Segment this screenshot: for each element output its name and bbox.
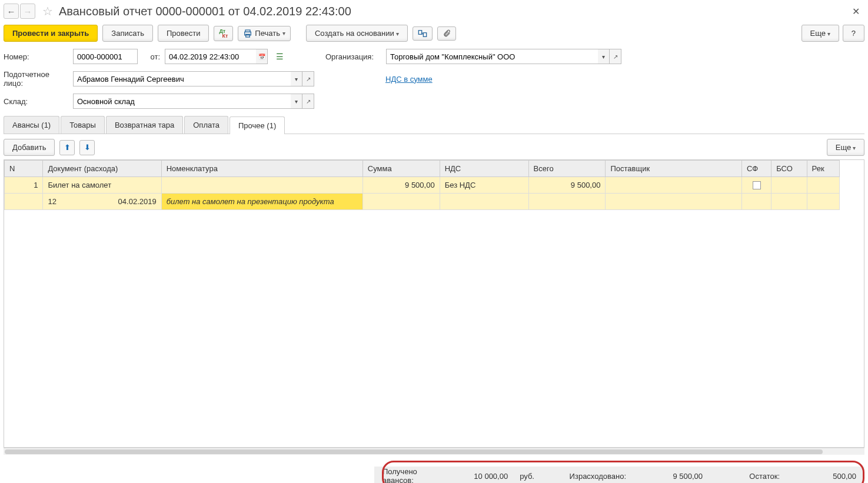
paperclip-icon [443,29,451,38]
table-toolbar: Добавить ⬆ ⬇ Еще [4,139,864,156]
page-title: Авансовый отчет 0000-000001 от 04.02.201… [59,5,351,18]
organization-label: Организация: [325,52,381,61]
cell-document[interactable]: Билет на самолет [43,177,161,194]
balance-label: Остаток: [749,472,780,481]
attach-button[interactable] [437,26,456,41]
post-button[interactable]: Провести [158,25,209,42]
svg-rect-3 [418,30,421,34]
scrollbar-thumb[interactable] [5,449,823,454]
tab-returns[interactable]: Возвратная тара [106,116,183,134]
tab-payment[interactable]: Оплата [184,116,228,134]
number-input[interactable] [73,49,138,64]
open-icon[interactable]: ↗ [302,71,314,86]
add-row-button[interactable]: Добавить [4,139,55,156]
tab-goods[interactable]: Товары [61,116,105,134]
table-header-row: N Документ (расхода) Номенклатура Сумма … [5,161,840,177]
move-down-button[interactable]: ⬇ [79,140,95,155]
cell-nomenclature[interactable] [161,177,363,194]
number-label: Номер: [4,52,68,61]
warehouse-input[interactable] [73,94,291,109]
cell-sf[interactable] [741,177,771,194]
subcell-date: 04.02.2019 [118,197,157,206]
create-based-on-button[interactable]: Создать на основании [306,25,408,42]
person-input[interactable] [73,71,291,86]
date-input[interactable] [165,49,256,64]
person-label: Подотчетное лицо: [4,70,68,88]
horizontal-scrollbar[interactable] [4,448,864,455]
nav-forward-button[interactable]: → [20,4,35,19]
totals-footer: Получено авансов: 10 000,00 руб. Израсхо… [374,467,864,483]
sf-checkbox[interactable] [753,181,761,189]
dropdown-icon[interactable]: ▾ [291,94,302,109]
col-total[interactable]: Всего [528,161,606,177]
organization-field: ▾ ↗ [386,49,621,64]
cell-vat[interactable]: Без НДС [440,177,528,194]
warehouse-field: ▾ ↗ [73,94,314,109]
help-button[interactable]: ? [843,25,864,42]
open-icon[interactable]: ↗ [610,49,621,64]
cell-total[interactable]: 9 500,00 [528,177,606,194]
close-icon[interactable]: ✕ [847,6,864,17]
vat-mode-link[interactable]: НДС в сумме [385,75,433,84]
tab-other[interactable]: Прочее (1) [230,116,285,134]
move-up-button[interactable]: ⬆ [59,140,75,155]
post-and-close-button[interactable]: Провести и закрыть [4,25,98,42]
table-more-button[interactable]: Еще [827,139,864,156]
received-value: 10 000,00 [461,472,508,481]
printer-icon [243,29,252,38]
table-row[interactable]: 1 Билет на самолет 9 500,00 Без НДС 9 50… [5,177,840,194]
organization-input[interactable] [386,49,598,64]
person-field: ▾ ↗ [73,71,314,86]
dropdown-icon[interactable]: ▾ [291,71,302,86]
col-document[interactable]: Документ (расхода) [43,161,161,177]
cell-sum[interactable]: 9 500,00 [363,177,440,194]
form-fields: Номер: от: 📅 ☰ Организация: ▾ ↗ Подотчет… [4,49,864,109]
calendar-icon[interactable]: 📅 [256,49,268,64]
col-bso[interactable]: БСО [771,161,807,177]
currency-label: руб. [520,472,534,481]
balance-value: 500,00 [791,472,856,481]
spent-value: 9 500,00 [638,472,703,481]
col-vat[interactable]: НДС [440,161,528,177]
from-label: от: [142,52,160,61]
date-field: 📅 [165,49,268,64]
table-subrow[interactable]: 12 04.02.2019 билет на самолет на презен… [5,194,840,210]
open-icon[interactable]: ↗ [302,94,314,109]
main-toolbar: Провести и закрыть Записать Провести Дт … [4,25,864,42]
cell-n: 1 [5,177,43,194]
col-sum[interactable]: Сумма [363,161,440,177]
warehouse-label: Склад: [4,97,68,106]
footer-wrap: Получено авансов: 10 000,00 руб. Израсхо… [4,467,864,483]
col-rek[interactable]: Рек [807,161,839,177]
col-n[interactable]: N [5,161,43,177]
col-nomenclature[interactable]: Номенклатура [161,161,363,177]
cell-rek[interactable] [807,177,839,194]
expense-table: N Документ (расхода) Номенклатура Сумма … [4,160,840,210]
print-label: Печать [255,29,280,38]
received-label: Получено авансов: [383,467,449,483]
header-row: ← → ☆ Авансовый отчет 0000-000001 от 04.… [4,4,864,19]
grid-container: N Документ (расхода) Номенклатура Сумма … [4,159,864,448]
dropdown-icon[interactable]: ▾ [598,49,610,64]
nav-back-button[interactable]: ← [4,4,19,19]
related-docs-icon [418,29,427,38]
col-supplier[interactable]: Поставщик [606,161,741,177]
favorite-star-icon[interactable]: ☆ [40,4,55,19]
tab-strip: Авансы (1) Товары Возвратная тара Оплата… [4,116,864,134]
date-status-icon[interactable]: ☰ [272,52,287,61]
tab-advances[interactable]: Авансы (1) [4,116,59,134]
cell-supplier[interactable] [606,177,741,194]
related-docs-button[interactable] [413,26,433,41]
subcell-docinfo[interactable]: 12 04.02.2019 [43,194,161,210]
subcell-nomenclature[interactable]: билет на самолет на презентацию продукта [161,194,363,210]
col-sf[interactable]: СФ [741,161,771,177]
subcell-num: 12 [48,197,56,206]
spent-label: Израсходовано: [570,472,626,481]
cell-bso[interactable] [771,177,807,194]
dtkt-icon: Дт Кт [219,29,228,38]
more-button[interactable]: Еще [802,25,839,42]
subcell-empty [5,194,43,210]
dtkt-button[interactable]: Дт Кт [214,26,233,41]
print-button[interactable]: Печать [238,26,291,41]
save-button[interactable]: Записать [102,25,153,42]
